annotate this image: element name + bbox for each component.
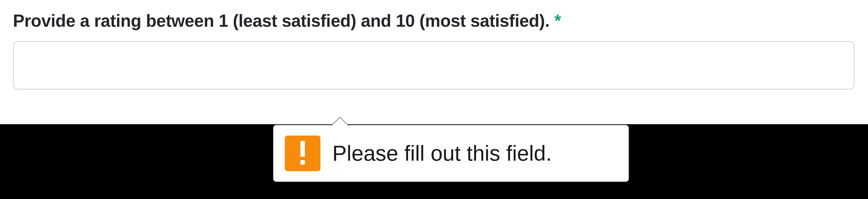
tooltip-arrow xyxy=(332,118,348,126)
validation-message: Please fill out this field. xyxy=(332,141,552,166)
exclamation-icon xyxy=(285,136,320,171)
rating-input[interactable] xyxy=(13,41,855,90)
svg-rect-0 xyxy=(301,141,305,157)
rating-form-group: Provide a rating between 1 (least satisf… xyxy=(0,0,868,90)
required-asterisk: * xyxy=(554,11,561,31)
field-label-row: Provide a rating between 1 (least satisf… xyxy=(13,11,855,31)
validation-tooltip: Please fill out this field. xyxy=(273,125,629,182)
field-label: Provide a rating between 1 (least satisf… xyxy=(13,11,550,31)
svg-rect-1 xyxy=(301,160,305,165)
